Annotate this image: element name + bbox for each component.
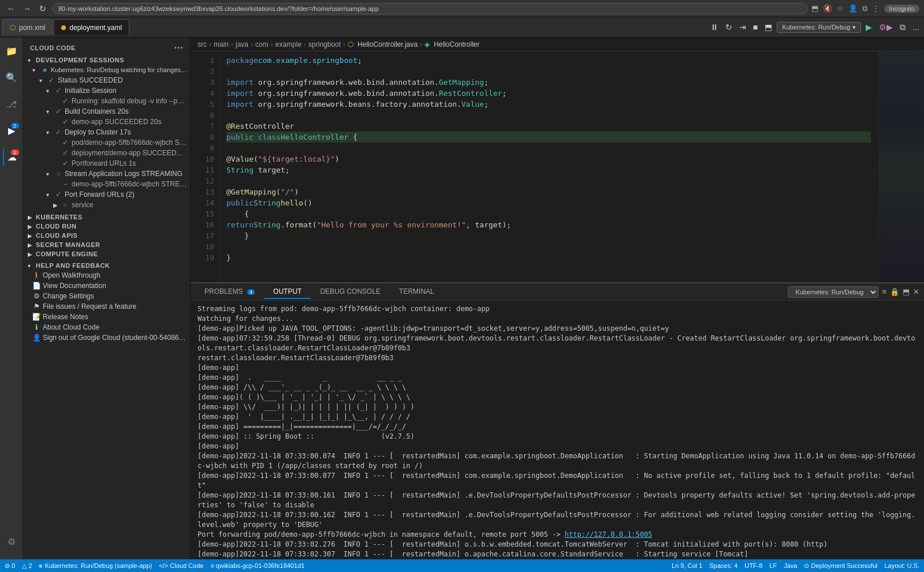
help-feedback-label: HELP AND FEEDBACK [36,262,110,269]
lf-item[interactable]: LF [769,562,777,569]
code-line [226,241,871,252]
kubernetes-run-item[interactable]: ▾ ⎈ Kubernetes: Run/Debug watching for c… [23,65,190,75]
demo-app-build-item[interactable]: ▾ ✓ demo-app SUCCEEDED 20s [23,117,190,127]
log-line: Watching for changes... [198,314,917,324]
cloud-code-status-item[interactable]: </> Cloud Code [159,562,203,569]
ln-col-item[interactable]: Ln 9, Col 1 [672,562,702,569]
forward-button[interactable]: → [21,3,33,14]
back-button[interactable]: ← [5,3,17,14]
kubernetes-run-label: Kubernetes: Run/Debug watching for chang… [51,66,188,73]
cluster-dropdown[interactable]: Kubernetes: Run/Debug ▾ [777,22,861,33]
service-item[interactable]: ▶ ○ service [23,200,190,210]
view-documentation-item[interactable]: 📄 View Documentation [23,281,190,291]
encoding-item[interactable]: UTF-8 [744,562,762,569]
running-item[interactable]: ▾ ✓ Running: skaffold debug -v info --po… [23,96,190,106]
demo-app-streaming-item[interactable]: ▾ – demo-app-5ffb7666dc-wjbch STREAMING [23,179,190,189]
activity-explorer[interactable]: 📁 [3,42,20,59]
dev-sessions-label: DEVELOPMENT SESSIONS [36,57,124,63]
deployment-demo-item[interactable]: ▾ ✓ deployment/demo-app SUCCEEDED 8s [23,148,190,158]
deployment-item[interactable]: ⊙ Deployment Successful [804,562,877,570]
port-forward-urls-item[interactable]: ▾ ✓ Port Forward URLs (2) [23,189,190,200]
build-containers-item[interactable]: ▾ ✓ Build Containers 20s [23,106,190,117]
layout-button[interactable]: ⧉ [897,21,908,33]
activity-search[interactable]: 🔍 [3,69,20,86]
file-issues-item[interactable]: ⚑ File issues / Request a feature [23,301,190,312]
open-in-browser[interactable]: ⬒ [762,21,774,33]
about-item[interactable]: ℹ About Cloud Code [23,322,190,332]
code-line: { [226,208,871,219]
open-walkthrough-item[interactable]: 🚶 Open Walkthrough [23,270,190,281]
activity-settings[interactable]: ⚙ [3,533,20,550]
port-forward-link[interactable]: http://127.0.0.1:5005 [565,530,653,539]
warnings-item[interactable]: △ 2 [22,562,32,570]
tab-problems[interactable]: PROBLEMS 4 [195,285,264,299]
tab-terminal[interactable]: TERMINAL [390,285,444,299]
code-line: } [226,230,871,241]
secret-manager-section[interactable]: ▶ SECRET MANAGER [23,240,190,249]
log-line: Port forwarding pod/demo-app-5ffb7666dc-… [198,530,917,540]
debug-button[interactable]: ⚙▶ [877,21,895,33]
deploy-cluster-item[interactable]: ▾ ✓ Deploy to Cluster 17s [23,127,190,137]
pod-demo-item[interactable]: ▾ ✓ pod/demo-app-5ffb7666dc-wjbch SUCCEE… [23,137,190,148]
activity-cloud-code[interactable]: ☁ 1 [3,148,20,166]
tab-output[interactable]: OUTPUT [264,285,311,299]
restart-button[interactable]: ↻ [723,21,735,33]
cloud-apis-section[interactable]: ▶ CLOUD APIS [23,231,190,240]
pod-demo-label: pod/demo-app-5ffb7666dc-wjbch SUCCEEDE..… [72,139,188,147]
portforward-item[interactable]: ▾ ✓ Portforward URLs 1s [23,158,190,169]
layout-item[interactable]: Layout: U.S. [884,562,919,569]
demo-build-icon: ✓ [61,118,69,126]
stream-logs-item[interactable]: ▾ ○ Stream Application Logs STREAMING [23,169,190,179]
status-item[interactable]: ▾ ✓ Status SUCCEEDED [23,75,190,85]
code-line: package com.example.springboot; [226,55,871,66]
editor-tabbar: ⬡ pom.xml deployment.yaml ⏸ ↻ ⇥ ■ ⬒ Kube… [0,17,924,38]
init-session-item[interactable]: ▾ ✓ Initialize Session [23,85,190,96]
code-editor[interactable]: 12345 678910 1112131415 16171819 package… [191,51,924,282]
pause-button[interactable]: ⏸ [708,21,721,33]
help-feedback-section[interactable]: ▾ HELP AND FEEDBACK [23,261,190,270]
sidebar: CLOUD CODE ⋯ ▾ DEVELOPMENT SESSIONS ▾ ⎈ … [23,38,191,559]
errors-item[interactable]: ⊘ 0 [5,562,15,570]
url-bar[interactable]: 80-my-workstation.cluster-ug6ziz43wzeksw… [52,3,808,14]
stop-button[interactable]: ■ [751,21,760,33]
maximize-icon[interactable]: ⬒ [903,287,910,296]
change-settings-item[interactable]: ⚙ Change Settings [23,291,190,301]
activity-source-control[interactable]: ⎇ [3,95,20,113]
close-terminal-icon[interactable]: ✕ [913,287,919,296]
code-line [226,143,871,154]
release-notes-item[interactable]: 📝 Release Notes [23,312,190,322]
more-button[interactable]: ... [910,21,922,33]
breadcrumb-filename: HelloController.java [357,40,418,48]
terminal-content[interactable]: Streaming logs from pod: demo-app-5ffb76… [191,301,924,559]
deployment-dirty-dot [61,25,66,30]
sep3: › [251,40,253,48]
sidebar-more-button[interactable]: ⋯ [174,42,184,53]
compute-engine-section[interactable]: ▶ COMPUTE ENGINE [23,249,190,259]
tab-pom[interactable]: ⬡ pom.xml [2,19,53,35]
breadcrumb-class: HelloController [434,40,479,48]
spaces-item[interactable]: Spaces: 4 [709,562,737,569]
activity-run[interactable]: ▶ 2 [3,122,20,139]
kubernetes-status-item[interactable]: ⎈ Kubernetes: Run/Debug (sample-app) [39,562,152,569]
tab-deployment[interactable]: deployment.yaml [54,19,129,35]
sep1: › [209,40,211,48]
issues-icon: ⚑ [32,302,40,311]
cloud-run-section[interactable]: ▶ CLOUD RUN [23,222,190,231]
kubernetes-section[interactable]: ▶ KUBERNETES [23,212,190,222]
tab-debug-console[interactable]: DEBUG CONSOLE [311,285,390,299]
code-content[interactable]: package com.example.springboot; import o… [219,51,878,282]
terminal-cluster-select[interactable]: Kubernetes: Run/Debug [788,286,878,298]
forward-button[interactable]: ⇥ [737,21,748,33]
reload-button[interactable]: ↻ [37,3,49,14]
dev-sessions-section[interactable]: ▾ DEVELOPMENT SESSIONS [23,55,190,65]
run-button[interactable]: ▶ [863,21,874,33]
log-line: [demo-app] =========|_|==============|__… [198,422,917,432]
language-item[interactable]: Java [784,562,797,569]
streaming-icon: – [61,180,69,188]
log-line: [demo-app] /\\ / ___'_ __ _ _(_)_ __ __ … [198,383,917,392]
demo-app-build-label: demo-app SUCCEEDED 20s [72,118,188,126]
log-line: restart.classloader.RestartClassLoader@7… [198,353,917,363]
spaces-label: Spaces: 4 [709,562,737,569]
qwiklabs-status-item[interactable]: ≡ qwiklabs-gcp-01-036fe18401d1 [210,562,304,569]
sign-out-item[interactable]: 👤 Sign out of Google Cloud (student-00-5… [23,332,190,343]
